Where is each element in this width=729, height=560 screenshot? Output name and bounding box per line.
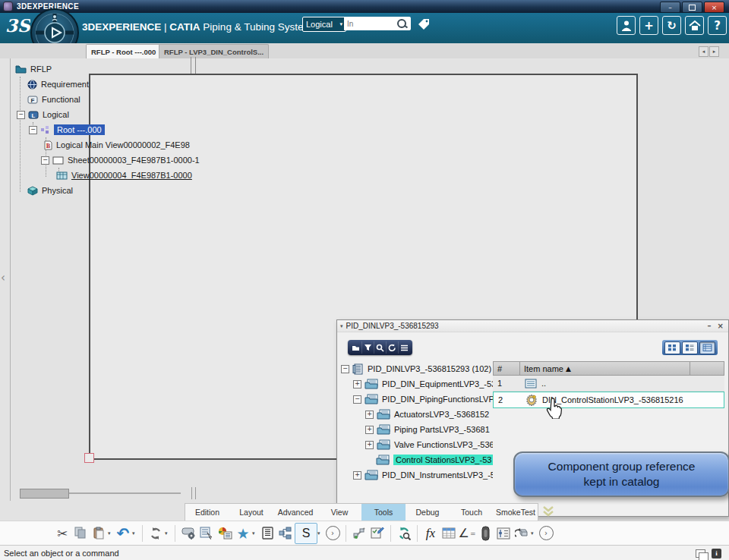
help-button[interactable]: ? (708, 16, 727, 35)
table-row-controlstation[interactable]: 2 DIN_ControlStationLVP3_-536815216 (493, 392, 724, 408)
filter-icon[interactable] (362, 341, 374, 354)
save-manage-button[interactable] (179, 524, 197, 543)
viewport-canvas[interactable]: ‹ RFLP Requirement F Functional − (0, 58, 729, 503)
properties-sliders-button[interactable] (494, 524, 513, 543)
select-list-button[interactable] (197, 524, 216, 543)
view-list-button[interactable] (682, 341, 698, 354)
tab-rflp-lvp3[interactable]: RFLP - LVP3_DIN_ControlS... (159, 44, 269, 58)
column-header-extra[interactable] (690, 361, 724, 376)
view-large-icons-button[interactable] (664, 341, 680, 354)
share-button[interactable]: ↻ (662, 16, 681, 35)
collapse-node-icon[interactable]: − (17, 111, 25, 119)
search-input[interactable] (344, 19, 397, 29)
tree-item-sheet[interactable]: − Sheet00000003_F4E987B1-0000-1 (11, 153, 200, 168)
add-button[interactable]: + (639, 16, 658, 35)
ribbon-collapse-chevron-icon[interactable] (541, 505, 556, 521)
ribbon-tab-touch[interactable]: Touch (450, 504, 494, 521)
home-button[interactable] (685, 16, 704, 35)
collapse-node-icon[interactable]: − (29, 126, 37, 134)
catalog-chapter-instruments[interactable]: + PID_DIN_InstrumentsLVP3_-5 (341, 467, 493, 483)
tree-item-view[interactable]: View00000004_F4E987B1-0000 (11, 168, 200, 183)
catalog-chapter-actuators[interactable]: + ActuatorsLVP3_-5368152 (341, 407, 493, 422)
tree-item-rflp[interactable]: RFLP (11, 61, 200, 77)
tree-item-root[interactable]: − Root ---.000 (11, 122, 200, 137)
collapse-node-icon[interactable]: − (341, 365, 349, 373)
close-button[interactable]: × (704, 2, 724, 13)
update-dropdown-icon[interactable]: ▾ (165, 530, 171, 536)
catalog-notebook-button[interactable] (258, 524, 276, 543)
ribbon-tab-debug[interactable]: Debug (406, 504, 450, 521)
expand-node-icon[interactable]: + (353, 471, 361, 480)
open-folder-icon[interactable] (350, 341, 362, 354)
search-scope-dropdown[interactable]: Logical ▾ (302, 17, 346, 32)
expand-node-icon[interactable]: + (365, 426, 374, 434)
canvas-hscrollbar-thumb[interactable] (20, 489, 69, 499)
list-options-icon[interactable] (399, 341, 410, 354)
ribbon-tab-tools[interactable]: Tools (361, 504, 406, 521)
ribbon-tab-layout[interactable]: Layout (229, 504, 273, 521)
expand-node-icon[interactable]: + (365, 411, 374, 419)
ribbon-tab-advanced[interactable]: Advanced (273, 504, 317, 521)
ribbon-tab-edition[interactable]: Edition (185, 504, 229, 521)
capsule-tool-button[interactable] (476, 524, 494, 543)
column-header-itemname[interactable]: Item name ▲ (520, 361, 690, 376)
design-table-button[interactable] (440, 524, 458, 543)
tree-item-logical[interactable]: − L Logical (11, 107, 200, 122)
rotate-view-dropdown-icon[interactable]: ▾ (531, 530, 537, 536)
search-icon[interactable] (374, 341, 387, 354)
s-command-dropdown-icon[interactable]: ▾ (317, 530, 323, 536)
tree-item-physical[interactable]: Physical (11, 183, 200, 198)
table-row-parent[interactable]: 1 .. (493, 376, 724, 392)
expand-node-icon[interactable]: + (353, 380, 361, 389)
tab-scroll-right[interactable]: ▸ (709, 46, 719, 57)
formula-fx-button[interactable]: fx (421, 524, 440, 543)
structure-tree-button[interactable] (276, 524, 295, 543)
update-button[interactable] (147, 524, 165, 543)
copy-button[interactable] (71, 524, 90, 543)
refresh-icon[interactable] (387, 341, 399, 354)
catalog-root-item[interactable]: − PID_DINLVP3_-536815293 (102) (341, 361, 493, 376)
search-update-button[interactable] (395, 524, 413, 543)
collapse-panel-icon[interactable]: ‹ (1, 271, 5, 285)
search-icon[interactable] (397, 19, 406, 28)
undo-dropdown-icon[interactable]: ▾ (132, 530, 138, 536)
measure-angle-button[interactable]: ∠= (458, 524, 476, 543)
info-icon[interactable]: i (712, 549, 721, 558)
checklist-edit-button[interactable] (368, 524, 387, 543)
panel-titlebar[interactable]: ▾ PID_DINLVP3_-536815293 – × (337, 320, 728, 332)
column-header-number[interactable]: # (493, 361, 520, 376)
collapse-node-icon[interactable]: − (41, 156, 49, 165)
catalog-chapter-pipingparts[interactable]: + Piping PartsLVP3_-53681 (341, 422, 493, 437)
catalog-chapter-pipingfunctions[interactable]: − PID_DIN_PipingFunctionsLVP3 (341, 392, 493, 407)
panel-close-icon[interactable]: × (718, 322, 724, 330)
paste-dropdown-icon[interactable]: ▾ (108, 530, 114, 536)
tree-item-requirement[interactable]: Requirement (11, 77, 200, 92)
catalog-chapter-valvefunctions[interactable]: + Valve FunctionsLVP3_-536 (341, 437, 493, 452)
cut-button[interactable]: ✂ (53, 524, 71, 543)
panel-collapse-icon[interactable]: ▾ (340, 323, 343, 329)
tree-item-functional[interactable]: F Functional (11, 92, 200, 107)
catalog-chapter-controlstations[interactable]: Control StationsLVP3_-53 (341, 452, 493, 467)
view-details-button[interactable] (699, 341, 715, 354)
tab-scroll-left[interactable]: ◂ (699, 46, 708, 57)
cascade-windows-icon[interactable] (696, 549, 705, 558)
paste-button[interactable] (90, 524, 108, 543)
more-tools-button[interactable]: › (537, 524, 555, 543)
maximize-button[interactable] (682, 2, 702, 13)
ribbon-tab-smoketest[interactable]: SmokeTest (494, 504, 538, 521)
tag-icon[interactable] (417, 17, 431, 33)
favorites-dropdown-icon[interactable]: ▾ (252, 530, 258, 536)
report-chart-button[interactable] (216, 524, 234, 543)
panel-minimize-icon[interactable]: – (708, 322, 712, 330)
expand-node-icon[interactable]: + (365, 441, 374, 449)
undo-button[interactable]: ↶ (114, 524, 132, 543)
more-commands-button[interactable]: › (323, 524, 342, 543)
toggle-overlays-button[interactable] (350, 524, 368, 543)
collapse-node-icon[interactable]: − (353, 395, 361, 404)
user-profile-button[interactable] (617, 16, 636, 35)
s-command-toggle[interactable]: S (295, 523, 317, 544)
favorites-star-button[interactable]: ★ (234, 524, 252, 543)
rotate-view-button[interactable] (513, 524, 531, 543)
catalog-chapter-equipment[interactable]: + PID_DIN_EquipmentLVP3_-53 (341, 376, 493, 392)
splitter-handle[interactable] (191, 487, 196, 499)
